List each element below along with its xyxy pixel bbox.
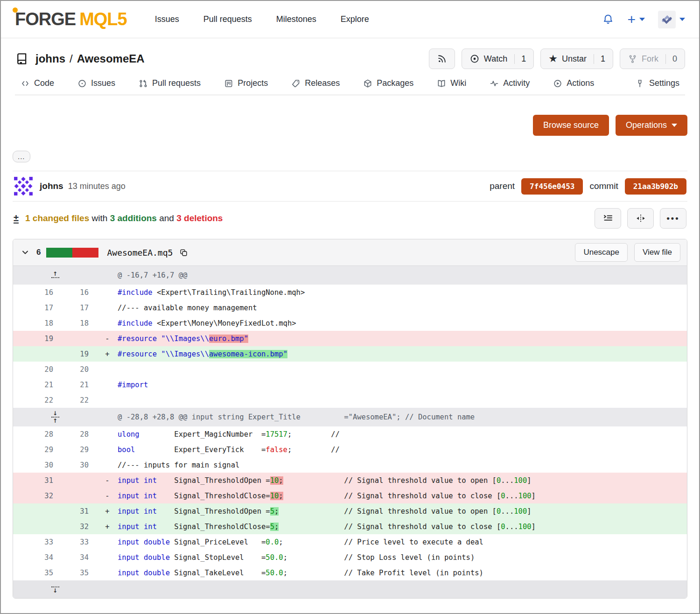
parent-hash-button[interactable]: 7f456e0453 (521, 178, 583, 195)
rss-icon (437, 54, 447, 64)
diffstat-bar (46, 248, 98, 258)
nav-link-pull-requests[interactable]: Pull requests (203, 14, 252, 24)
expand-down-icon[interactable]: ↓ (51, 586, 59, 593)
diff-sign: + (97, 507, 118, 516)
repo-owner-link[interactable]: johns (35, 52, 65, 65)
commit-author-avatar[interactable] (14, 176, 33, 196)
old-line-number[interactable]: 19 (13, 335, 62, 343)
unescape-button[interactable]: Unescape (575, 243, 628, 262)
new-line-number[interactable]: 33 (62, 538, 97, 546)
commit-hash-button[interactable]: 21aa3b902b (625, 178, 686, 195)
additions-text: 3 additions (110, 213, 157, 223)
tab-packages[interactable]: Packages (363, 78, 413, 88)
chevron-down-icon (679, 18, 685, 21)
repo-tabs: Code Issues Pull requests Projects (15, 78, 685, 95)
diff-row: 2222 (13, 392, 687, 408)
new-line-number[interactable]: 16 (62, 288, 97, 297)
old-line-number[interactable]: 33 (13, 538, 62, 546)
tab-settings[interactable]: Settings (636, 78, 679, 88)
diffstat-deletions-bar (72, 248, 98, 258)
unstar-button[interactable]: ★ Unstar 1 (540, 49, 613, 69)
tab-pull-requests[interactable]: Pull requests (139, 78, 201, 88)
old-line-number[interactable]: 28 (13, 430, 62, 439)
old-line-number[interactable]: 17 (13, 304, 62, 312)
repo-name-link[interactable]: AwesomeEA (77, 52, 145, 65)
commit-message-expand-button[interactable]: ... (13, 151, 30, 162)
new-line-number[interactable]: 30 (62, 461, 97, 469)
new-line-number[interactable]: 34 (62, 553, 97, 562)
diff-options-button[interactable]: ••• (660, 208, 686, 229)
expand-both-icon[interactable]: ↓↑ (51, 411, 59, 423)
star-count[interactable]: 1 (594, 54, 605, 64)
book-icon (437, 79, 446, 88)
repo-header: johns / AwesomeEA (1, 38, 699, 95)
old-line-number[interactable]: 16 (13, 288, 62, 297)
new-line-number[interactable]: 21 (62, 381, 97, 389)
diff-file-box: 6 AwesomeEA.mq5 Unescape View file ↑@ -1… (13, 239, 687, 599)
code-line: input int Signal_ThresholdClose=5; // Si… (118, 523, 687, 531)
split-view-button[interactable] (627, 208, 654, 229)
file-name[interactable]: AwesomeEA.mq5 (107, 248, 173, 258)
old-line-number[interactable]: 30 (13, 461, 62, 469)
tab-releases[interactable]: Releases (291, 78, 340, 88)
tab-projects[interactable]: Projects (224, 78, 268, 88)
parent-label: parent (490, 181, 515, 191)
fork-count[interactable]: 0 (665, 54, 677, 64)
old-line-number[interactable]: 22 (13, 396, 62, 405)
new-line-number[interactable]: 17 (62, 304, 97, 312)
new-line-number[interactable]: 35 (62, 569, 97, 577)
page: FORGE MQL5 Issues Pull requests Mileston… (0, 0, 700, 614)
browse-source-button[interactable]: Browse source (533, 115, 609, 136)
app-logo[interactable]: FORGE MQL5 (15, 9, 127, 29)
new-line-number[interactable]: 28 (62, 430, 97, 439)
view-file-button[interactable]: View file (634, 243, 680, 262)
new-line-number[interactable]: 31 (62, 507, 97, 516)
diff-row: 3535input double Signal_TakeLevel =50.0;… (13, 565, 687, 580)
old-line-number[interactable]: 21 (13, 381, 62, 389)
create-new-button[interactable]: + (627, 13, 645, 27)
operations-button[interactable]: Operations (616, 115, 687, 136)
tab-activity[interactable]: Activity (490, 78, 530, 88)
old-line-number[interactable]: 20 (13, 365, 62, 374)
fork-button[interactable]: Fork 0 (620, 49, 685, 69)
commit-author-name[interactable]: johns (40, 181, 63, 191)
collapse-file-button[interactable] (20, 247, 31, 258)
nav-link-milestones[interactable]: Milestones (276, 14, 316, 24)
new-line-number[interactable]: 32 (62, 523, 97, 531)
copy-filename-button[interactable] (178, 247, 189, 258)
new-line-number[interactable]: 20 (62, 365, 97, 374)
nav-link-explore[interactable]: Explore (341, 14, 369, 24)
code-line: bool Expert_EveryTick =false; // (118, 446, 687, 454)
new-line-number[interactable]: 29 (62, 446, 97, 454)
old-line-number[interactable]: 29 (13, 446, 62, 454)
code-line: #import (118, 381, 687, 389)
tab-wiki[interactable]: Wiki (437, 78, 466, 88)
whitespace-options-button[interactable] (595, 208, 621, 229)
tab-issues[interactable]: Issues (77, 78, 115, 88)
new-line-number[interactable]: 22 (62, 396, 97, 405)
old-line-number[interactable]: 31 (13, 476, 62, 485)
nav-link-issues[interactable]: Issues (155, 14, 179, 24)
old-line-number[interactable]: 18 (13, 319, 62, 328)
notifications-bell-icon[interactable] (602, 14, 614, 26)
diff-row-deleted: 19-#resource "\\Images\\euro.bmp" (13, 331, 687, 346)
watch-count[interactable]: 1 (514, 54, 526, 64)
watch-button[interactable]: Watch 1 (462, 49, 534, 69)
diff-row-added: 32+input int Signal_ThresholdClose=5; //… (13, 519, 687, 534)
rss-button[interactable] (429, 49, 455, 69)
tab-code[interactable]: Code (21, 78, 54, 88)
old-line-number[interactable]: 32 (13, 492, 62, 500)
new-line-number[interactable]: 18 (62, 319, 97, 328)
logo-dot-icon (13, 7, 18, 13)
old-line-number[interactable]: 34 (13, 553, 62, 562)
old-line-number[interactable]: 35 (13, 569, 62, 577)
unstar-label: Unstar (562, 54, 587, 64)
changed-files-text: 1 changed files (25, 213, 89, 223)
diff-row-added: 31+input int Signal_ThresholdOpen =5; //… (13, 503, 687, 519)
diff-sign: + (97, 350, 118, 358)
new-line-number[interactable]: 19 (62, 350, 97, 358)
expand-up-icon[interactable]: ↑ (51, 272, 59, 279)
tab-actions[interactable]: Actions (553, 78, 594, 88)
diff-row: 2929bool Expert_EveryTick =false; // (13, 442, 687, 457)
user-menu[interactable] (658, 11, 685, 28)
